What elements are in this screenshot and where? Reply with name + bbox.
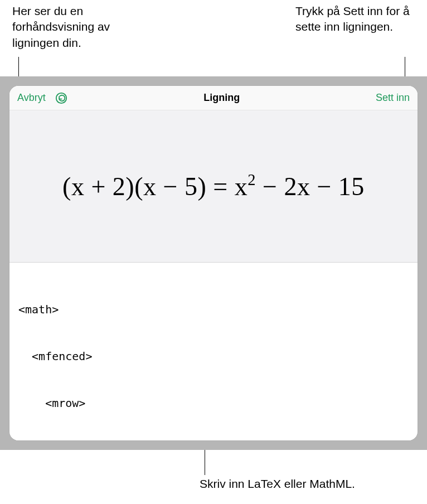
- code-line: <mrow>: [18, 395, 409, 411]
- code-line: <math>: [18, 302, 409, 317]
- screenshot-frame: Avbryt Ligning Sett inn (x + 2)(x − 5) =…: [0, 76, 427, 450]
- equation-preview: (x + 2)(x − 5) = x2 − 2x − 15: [9, 110, 418, 263]
- callout-editor: Skriv inn LaTeX eller MathML.: [200, 476, 400, 492]
- dialog-title: Ligning: [203, 92, 240, 104]
- callout-preview: Her ser du en forhåndsvisning av ligning…: [12, 3, 157, 51]
- toolbar-left-group: Avbryt: [17, 91, 68, 105]
- equation-dialog: Avbryt Ligning Sett inn (x + 2)(x − 5) =…: [9, 86, 418, 440]
- undo-icon[interactable]: [55, 91, 68, 105]
- code-line: <mfenced>: [18, 348, 409, 364]
- equation-rendered: (x + 2)(x − 5) = x2 − 2x − 15: [62, 172, 365, 201]
- callout-insert: Trykk på Sett inn for å sette inn lignin…: [295, 3, 418, 35]
- insert-button[interactable]: Sett inn: [376, 92, 410, 104]
- editor-fade: [9, 430, 418, 440]
- dialog-toolbar: Avbryt Ligning Sett inn: [9, 86, 418, 110]
- cancel-button[interactable]: Avbryt: [17, 92, 46, 104]
- equation-code-editor[interactable]: <math> <mfenced> <mrow> <mi>x</mi> <mo>+…: [9, 263, 418, 440]
